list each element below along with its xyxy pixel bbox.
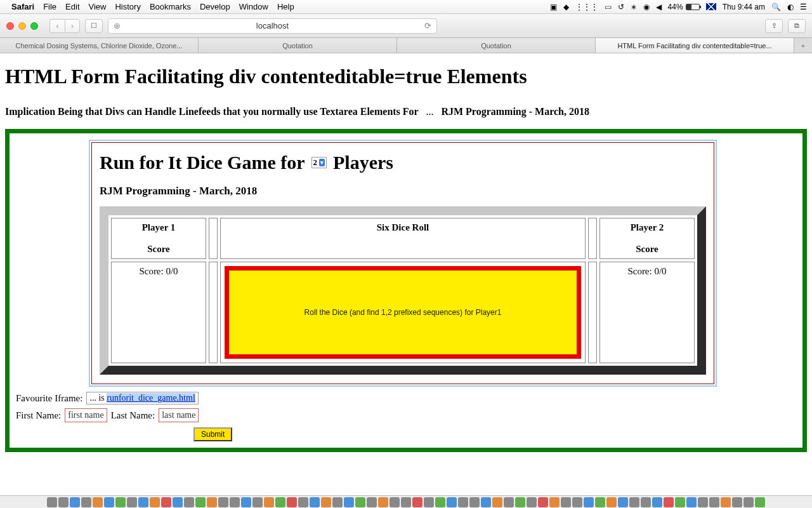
dock-app-icon[interactable] bbox=[195, 497, 206, 507]
dock-app-icon[interactable] bbox=[709, 497, 719, 507]
dock-app-icon[interactable] bbox=[755, 497, 765, 507]
menu-view[interactable]: View bbox=[89, 2, 107, 11]
last-name-field[interactable]: last name bbox=[159, 408, 199, 422]
menu-bookmarks[interactable]: Bookmarks bbox=[150, 2, 191, 11]
dock-app-icon[interactable] bbox=[355, 497, 365, 507]
dock-app-icon[interactable] bbox=[218, 497, 228, 507]
player-count-select[interactable]: 2 ▾ bbox=[311, 157, 327, 168]
browser-tab[interactable]: Chemical Dosing Systems, Chlorine Dioxid… bbox=[0, 38, 199, 53]
menu-window[interactable]: Window bbox=[239, 2, 268, 11]
timemachine-icon[interactable]: ↺ bbox=[618, 3, 624, 11]
dock-app-icon[interactable] bbox=[572, 497, 582, 507]
dock-app-icon[interactable] bbox=[264, 497, 274, 507]
dock-app-icon[interactable] bbox=[412, 497, 422, 507]
dock-app-icon[interactable] bbox=[641, 497, 651, 507]
roll-dice-button[interactable]: Roll the Dice (and find 1,2 prefixed seq… bbox=[225, 266, 581, 359]
dock-app-icon[interactable] bbox=[115, 497, 126, 507]
back-button[interactable]: ‹ bbox=[49, 19, 65, 33]
battery-icon[interactable] bbox=[686, 4, 700, 10]
sidebar-button[interactable]: ☐ bbox=[85, 19, 103, 33]
site-settings-icon[interactable]: ⊕ bbox=[114, 21, 121, 30]
dock-app-icon[interactable] bbox=[367, 497, 377, 507]
spotlight-icon[interactable]: 🔍 bbox=[771, 3, 781, 11]
dock-app-icon[interactable] bbox=[390, 497, 400, 507]
dock-app-icon[interactable] bbox=[447, 497, 457, 507]
dock-app-icon[interactable] bbox=[492, 497, 502, 507]
reload-icon[interactable]: ⟳ bbox=[424, 21, 431, 30]
dock-app-icon[interactable] bbox=[549, 497, 560, 507]
dock-app-icon[interactable] bbox=[527, 497, 537, 507]
dock-app-icon[interactable] bbox=[138, 497, 148, 507]
browser-tab[interactable]: Quotation bbox=[397, 38, 596, 53]
bluetooth-icon[interactable]: ∗ bbox=[631, 3, 637, 11]
dock-app-icon[interactable] bbox=[595, 497, 605, 507]
dock-app-icon[interactable] bbox=[173, 497, 183, 507]
dock-app-icon[interactable] bbox=[252, 497, 263, 507]
new-tab-button[interactable]: + bbox=[794, 38, 812, 53]
dock-app-icon[interactable] bbox=[515, 497, 525, 507]
dock-app-icon[interactable] bbox=[104, 497, 114, 507]
dock-app-icon[interactable] bbox=[469, 497, 480, 507]
dock-app-icon[interactable] bbox=[81, 497, 91, 507]
notification-icon[interactable]: ☰ bbox=[800, 3, 807, 11]
dock-app-icon[interactable] bbox=[618, 497, 628, 507]
app-name[interactable]: Safari bbox=[11, 2, 34, 11]
dock-app-icon[interactable] bbox=[321, 497, 331, 507]
tabs-button[interactable]: ⧉ bbox=[788, 19, 806, 33]
dock-app-icon[interactable] bbox=[561, 497, 571, 507]
menu-help[interactable]: Help bbox=[277, 2, 294, 11]
dock-app-icon[interactable] bbox=[275, 497, 285, 507]
dock-app-icon[interactable] bbox=[378, 497, 388, 507]
dock-app-icon[interactable] bbox=[332, 497, 343, 507]
minimize-button[interactable] bbox=[18, 22, 26, 30]
dock-app-icon[interactable] bbox=[150, 497, 160, 507]
dock-app-icon[interactable] bbox=[47, 497, 57, 507]
dock-app-icon[interactable] bbox=[652, 497, 662, 507]
dock-app-icon[interactable] bbox=[675, 497, 685, 507]
airplay-icon[interactable]: ▭ bbox=[605, 3, 612, 11]
zoom-button[interactable] bbox=[30, 22, 38, 30]
dock-app-icon[interactable] bbox=[584, 497, 594, 507]
dock-app-icon[interactable] bbox=[230, 497, 240, 507]
menu-edit[interactable]: Edit bbox=[65, 2, 79, 11]
menu-history[interactable]: History bbox=[115, 2, 140, 11]
first-name-field[interactable]: first name bbox=[65, 408, 107, 422]
dock-app-icon[interactable] bbox=[504, 497, 514, 507]
menu-file[interactable]: File bbox=[43, 2, 56, 11]
clock[interactable]: Thu 9:44 am bbox=[723, 3, 765, 11]
dock-app-icon[interactable] bbox=[310, 497, 320, 507]
fav-value[interactable]: ... is runforit_dice_game.html bbox=[86, 392, 198, 404]
flag-icon[interactable] bbox=[706, 3, 716, 10]
close-button[interactable] bbox=[6, 22, 14, 30]
submit-button[interactable]: Submit bbox=[193, 427, 232, 441]
address-bar[interactable]: ⊕ localhost ⟳ bbox=[108, 18, 437, 34]
dock-app-icon[interactable] bbox=[732, 497, 742, 507]
dock-app-icon[interactable] bbox=[538, 497, 548, 507]
dock-app-icon[interactable] bbox=[207, 497, 217, 507]
share-button[interactable]: ⇪ bbox=[765, 19, 783, 33]
dock-app-icon[interactable] bbox=[686, 497, 697, 507]
forward-button[interactable]: › bbox=[65, 19, 80, 33]
dock-app-icon[interactable] bbox=[93, 497, 103, 507]
dock-app-icon[interactable] bbox=[458, 497, 468, 507]
browser-tab[interactable]: Quotation bbox=[199, 38, 397, 53]
dock-app-icon[interactable] bbox=[698, 497, 708, 507]
dock-app-icon[interactable] bbox=[184, 497, 194, 507]
dock-app-icon[interactable] bbox=[481, 497, 491, 507]
dock-app-icon[interactable] bbox=[161, 497, 171, 507]
dock-app-icon[interactable] bbox=[127, 497, 137, 507]
dock-app-icon[interactable] bbox=[435, 497, 445, 507]
menu-develop[interactable]: Develop bbox=[200, 2, 230, 11]
dock-app-icon[interactable] bbox=[344, 497, 354, 507]
dock-app-icon[interactable] bbox=[70, 497, 80, 507]
status-icon[interactable]: ◆ bbox=[563, 3, 569, 11]
dock-app-icon[interactable] bbox=[721, 497, 731, 507]
dock-app-icon[interactable] bbox=[401, 497, 411, 507]
dock-app-icon[interactable] bbox=[287, 497, 297, 507]
dock-app-icon[interactable] bbox=[424, 497, 434, 507]
dock-app-icon[interactable] bbox=[629, 497, 639, 507]
dock-app-icon[interactable] bbox=[241, 497, 251, 507]
fav-link[interactable]: runforit_dice_game.html bbox=[107, 393, 195, 403]
dock-app-icon[interactable] bbox=[58, 497, 69, 507]
dock-app-icon[interactable] bbox=[664, 497, 674, 507]
